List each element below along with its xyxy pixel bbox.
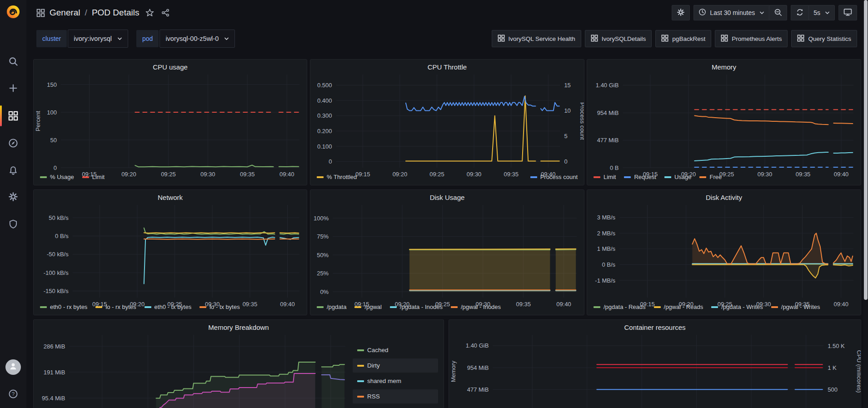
panel-title[interactable]: CPU Throttle [310,60,584,72]
sidebar-item-search[interactable] [0,50,26,73]
panel-title[interactable]: Memory Breakdown [34,320,444,332]
legend-item[interactable]: Free [699,174,722,180]
sidebar-item-help[interactable]: ? [0,383,26,405]
legend-item[interactable]: /pgwal - Inodes [451,304,501,310]
time-range-label: Last 30 minutes [710,9,755,16]
legend-label: eth0 - rx bytes [50,304,87,310]
grafana-logo-icon[interactable] [5,4,21,20]
legend-swatch [95,306,102,308]
sidebar-item-create[interactable] [0,77,26,100]
legend-item[interactable]: % Throttled [317,174,357,180]
legend-item[interactable]: /pgdata - Inodes [390,304,443,310]
dashboard-link-prometheus-alerts[interactable]: Prometheus Alerts [715,30,788,47]
svg-text:0 B/s: 0 B/s [602,261,615,268]
disk-usage-chart[interactable]: 0%25%50%75%100%09:1509:2009:2509:3009:35… [310,202,584,303]
memory-chart[interactable]: 0 B477 MiB954 MiB1.40 GiB09:1509:2009:25… [587,72,861,173]
legend-item[interactable]: /pgwal - Writes [771,304,820,310]
legend-item[interactable]: eth0 - tx bytes [145,304,192,310]
network-chart[interactable]: -150 kB/s-100 kB/s-50 kB/s0 B/s50 kB/s09… [34,202,307,303]
legend-item[interactable]: /pgwal [354,304,382,310]
memory-breakdown-chart[interactable]: 95.4 MiB191 MiB286 MiB [34,332,353,408]
legend-label: Dirty [367,362,380,369]
panel-title[interactable]: Memory [587,60,861,72]
legend-item[interactable]: Request [624,174,656,180]
svg-text:1.40 GiB: 1.40 GiB [596,82,619,89]
share-icon[interactable] [161,9,170,17]
sidebar-item-dashboards[interactable] [0,104,26,127]
dashboard-settings-button[interactable] [672,5,690,20]
panel-title[interactable]: Disk Activity [587,190,861,202]
legend-item[interactable]: /pgdata - Writes [711,304,763,310]
legend-item[interactable]: Process count [530,174,578,180]
legend-item[interactable]: lo - tx bytes [200,304,239,310]
user-icon [9,362,18,373]
legend-swatch [390,306,397,308]
refresh-interval-picker[interactable]: 5s [808,5,835,20]
legend-item[interactable]: lo - rx bytes [95,304,136,310]
legend-item[interactable]: shared mem [353,374,438,388]
legend-item[interactable]: /pgwal - Reads [654,304,703,310]
legend-item[interactable]: Limit [82,174,105,180]
sidebar-item-explore[interactable] [0,132,26,154]
panel-title[interactable]: CPU usage [34,60,307,72]
breadcrumb-dashboard-title[interactable]: POD Details [92,8,140,18]
sidebar-item-configuration[interactable] [0,185,26,208]
dashboard-link-label: Query Statistics [808,35,851,42]
breadcrumb-folder[interactable]: General [50,8,80,18]
legend-item[interactable]: eth0 - rx bytes [40,304,87,310]
toolbar: Last 30 minutes 5s [672,5,857,20]
panel-title[interactable]: Disk Usage [310,190,584,202]
svg-text:286 MiB: 286 MiB [44,343,65,350]
page-scrollbar[interactable] [863,0,868,408]
refresh-button[interactable] [791,5,808,20]
star-icon[interactable] [145,9,154,17]
legend-label: Limit [604,174,616,180]
panel-cpu-throttle: CPU Throttle 00.1000.2000.3000.4000.5000… [310,59,584,185]
disk-activity-chart[interactable]: -1 MB/s0 B/s1 MB/s2 MB/s3 MB/s09:1509:20… [587,202,861,303]
svg-text:0.300: 0.300 [317,112,332,119]
svg-text:-1 MB/s: -1 MB/s [595,277,615,284]
sidebar-item-server-admin[interactable] [0,213,26,235]
svg-text:15: 15 [564,82,570,89]
panel-title[interactable]: Network [34,190,307,202]
legend-label: /pgwal - Reads [664,304,703,310]
user-avatar[interactable] [5,359,21,375]
legend-label: /pgwal - Inodes [461,304,501,310]
legend-label: lo - tx bytes [210,304,239,310]
legend-label: RSS [367,393,380,400]
container-resources-chart[interactable]: 477 MiB954 MiB1.40 GiB5001 K1.50 KMemory… [449,332,861,408]
legend-item[interactable]: RSS [353,389,438,403]
legend-item[interactable]: /pgdata [317,304,346,310]
svg-text:1.40 GiB: 1.40 GiB [466,342,489,349]
dashboard-grid-icon [498,35,505,43]
cpu-usage-chart[interactable]: 05010015009:1509:2009:2509:3009:3509:40P… [34,72,307,173]
scrollbar-thumb[interactable] [864,0,868,300]
cpu-throttle-chart[interactable]: 00.1000.2000.3000.4000.50005101509:1509:… [310,72,584,173]
dashboard-link-query-statistics[interactable]: Query Statistics [791,30,857,47]
legend-item[interactable]: Cached [353,343,438,357]
zoom-out-button[interactable] [769,5,787,20]
legend-item[interactable]: Usage [664,174,692,180]
dashboard-link-pgbackrest[interactable]: pgBackRest [655,30,711,47]
dashboard-link-ivorysqldetails[interactable]: IvorySQLDetails [585,30,652,47]
legend-label: shared mem [367,378,401,384]
svg-text:-150 kB/s: -150 kB/s [44,288,69,294]
legend-swatch [771,306,778,308]
variable-pod-value[interactable]: ivorysql-00-z5wl-0 [160,30,235,48]
legend-swatch [357,349,364,351]
svg-text:1.50 K: 1.50 K [828,343,845,349]
legend-item[interactable]: % Usage [40,174,74,180]
legend-item[interactable]: /pgdata - Reads [594,304,646,310]
legend-label: % Usage [50,174,74,180]
panel-title[interactable]: Container resources [449,320,861,332]
svg-text:0%: 0% [320,289,329,295]
time-range-picker[interactable]: Last 30 minutes [693,5,769,20]
legend-label: /pgdata [327,304,346,310]
sidebar-item-alerting[interactable] [0,159,26,182]
dashboards-grid-icon [8,111,18,121]
variable-cluster-value[interactable]: ivory:ivorysql [68,30,128,48]
legend-item[interactable]: Limit [594,174,616,180]
cycle-view-mode-button[interactable] [838,5,857,20]
dashboard-link-ivorysql-service-health[interactable]: IvorySQL Service Health [492,30,581,47]
legend-item[interactable]: Dirty [353,358,438,373]
